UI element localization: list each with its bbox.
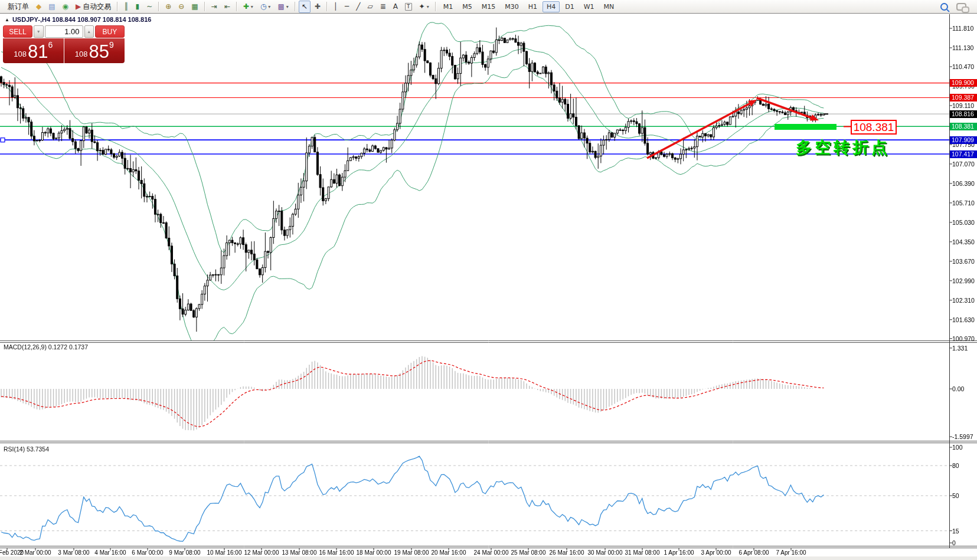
date-axis-label: 6 Apr 08:00: [739, 549, 769, 556]
price-axis-flag: 108.381: [950, 123, 977, 130]
macd-axis-tick: -1.5997: [952, 433, 973, 440]
volume-increase-button[interactable]: ▲: [84, 25, 94, 38]
date-axis-label: 18 Mar 00:00: [357, 549, 391, 556]
buy-price-handle: 108: [75, 50, 88, 58]
buy-button[interactable]: BUY: [95, 25, 125, 38]
rsi-axis-tick: 100: [952, 444, 963, 451]
date-axis-label: 9 Mar 08:00: [169, 549, 200, 556]
price-annotation-box[interactable]: 108.381: [851, 120, 897, 135]
volume-decrease-button[interactable]: ▼: [34, 25, 43, 38]
buy-price-display[interactable]: 108859: [64, 38, 125, 63]
price-axis-flag: 107.909: [950, 136, 977, 144]
price-axis-tick: 105.030: [952, 219, 975, 226]
price-axis-tick: 106.390: [952, 180, 975, 187]
price-axis-tick: 109.110: [952, 102, 974, 109]
date-axis-label: 12 Mar 00:00: [244, 549, 279, 556]
macd-indicator-label: MACD(12,26,9) 0.1272 0.1737: [4, 343, 88, 351]
date-axis-label: 26 Mar 16:00: [550, 549, 584, 556]
date-axis-label: 10 Mar 16:00: [207, 549, 242, 556]
date-axis-label: 13 Mar 08:00: [282, 549, 317, 556]
rsi-axis-tick: 0: [952, 539, 956, 546]
sell-price-pip: 6: [48, 40, 53, 50]
price-axis-flag: 108.816: [950, 110, 977, 118]
price-axis-tick: 102.310: [952, 297, 975, 304]
turning-point-label: 多空转折点: [796, 137, 890, 158]
date-axis-label: 6 Mar 00:00: [132, 549, 163, 556]
rsi-axis-tick: 50: [952, 492, 959, 499]
date-axis-label: 31 Mar 08:00: [625, 549, 660, 556]
sell-price-display[interactable]: 108816: [3, 38, 64, 63]
date-axis-label: 20 Mar 16:00: [432, 549, 466, 556]
date-axis-label: 4 Mar 16:00: [94, 549, 126, 556]
price-axis-flag: 107.417: [950, 150, 977, 158]
date-axis-label: 19 Mar 08:00: [394, 549, 429, 556]
date-axis-label: 1 Apr 16:00: [664, 549, 694, 556]
price-axis-tick: 103.670: [952, 258, 975, 265]
rsi-axis-tick: 15: [952, 528, 959, 535]
collapse-panel-icon[interactable]: ▲: [5, 17, 9, 22]
date-axis-label: 3 Mar 08:00: [58, 549, 89, 556]
price-axis-flag: 109.387: [950, 94, 977, 101]
date-axis-label: 2 Mar 00:00: [19, 549, 51, 556]
sell-price-handle: 108: [14, 50, 27, 58]
price-axis-tick: 104.350: [952, 238, 975, 245]
price-axis-tick: 105.710: [952, 199, 975, 207]
chart-canvas[interactable]: [0, 0, 977, 560]
price-axis-tick: 111.130: [952, 44, 973, 51]
price-axis-tick: 107.070: [952, 161, 975, 168]
mt4-window: 新订单◆▤◉▶自动交易║▮~⊕⊖▦⇥⇤✚▾◷▾▩▾↖✚│─╱▱≣AT✦▾M1M5…: [0, 0, 977, 560]
rsi-indicator-label: RSI(14) 53.7354: [4, 446, 49, 453]
one-click-trading-panel: SELL ▼ ▲ BUY 108816 108859: [3, 25, 125, 63]
price-axis-tick: 101.630: [952, 316, 975, 323]
date-axis-label: 24 Mar 00:00: [474, 549, 509, 556]
sell-price-big: 81: [28, 43, 48, 61]
price-axis-tick: 102.990: [952, 277, 975, 284]
buy-price-pip: 9: [109, 40, 114, 50]
price-axis-tick: 100.970: [952, 335, 975, 342]
symbol-ohlc-text: USDJPY-,H4 108.844 108.907 108.814 108.8…: [12, 16, 151, 23]
price-axis-tick: 111.810: [952, 25, 973, 32]
date-axis-label: 7 Apr 16:00: [776, 549, 806, 556]
date-axis-label: 30 Mar 00:00: [588, 549, 623, 556]
sell-button[interactable]: SELL: [3, 25, 32, 38]
buy-price-big: 85: [89, 43, 109, 61]
date-axis-label: 25 Mar 08:00: [511, 549, 546, 556]
macd-axis-tick: 0.00: [952, 385, 964, 392]
date-axis-label: 16 Mar 16:00: [319, 549, 354, 556]
chart-symbol-header: ▲ USDJPY-,H4 108.844 108.907 108.814 108…: [5, 16, 151, 23]
date-axis-label: 3 Apr 00:00: [701, 549, 731, 556]
price-axis-flag: 109.900: [950, 79, 977, 87]
volume-input[interactable]: [45, 25, 83, 38]
rsi-axis-tick: 80: [952, 462, 959, 469]
price-axis-tick: 110.470: [952, 63, 974, 70]
macd-axis-tick: 1.331: [952, 345, 968, 352]
